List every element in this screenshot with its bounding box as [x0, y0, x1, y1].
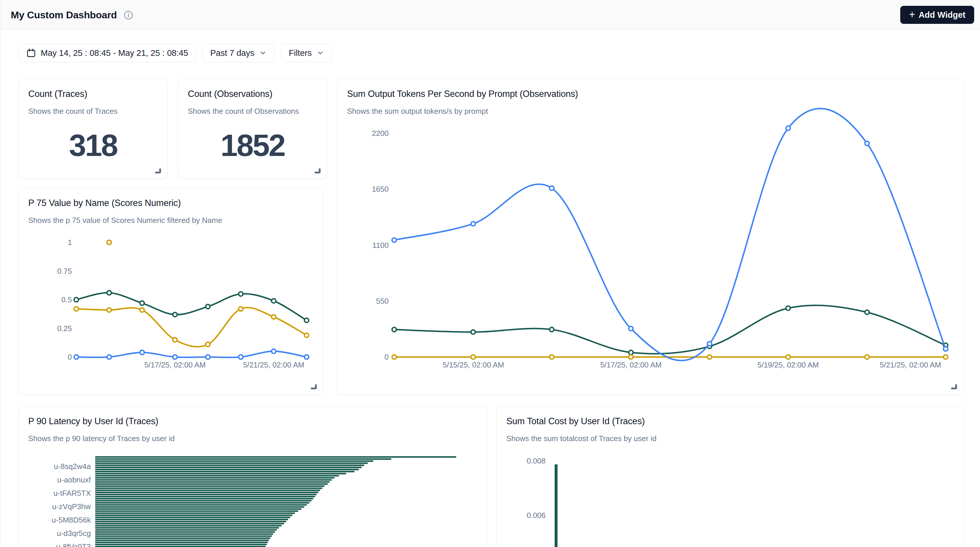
chevron-down-icon	[317, 49, 324, 57]
calendar-icon	[26, 48, 36, 58]
widget-latency-chart: P 90 Latency by User Id (Traces) Shows t…	[18, 406, 487, 547]
svg-text:0.008: 0.008	[527, 457, 546, 465]
page-title: My Custom Dashboard	[11, 9, 117, 21]
filters-dropdown[interactable]: Filters	[281, 44, 332, 62]
info-icon[interactable]	[124, 11, 133, 20]
filter-toolbar: May 14, 25 : 08:45 - May 21, 25 : 08:45 …	[18, 44, 332, 62]
widget-count-traces: Count (Traces) Shows the count of Traces…	[18, 79, 168, 179]
svg-text:0: 0	[385, 353, 389, 361]
svg-text:u-5M8D56k: u-5M8D56k	[52, 515, 91, 524]
svg-text:1100: 1100	[372, 241, 389, 250]
page-header: My Custom Dashboard + Add Widget	[0, 0, 980, 30]
svg-text:5/21/25, 02:00 AM: 5/21/25, 02:00 AM	[880, 360, 941, 369]
widget-p75-chart: P 75 Value by Name (Scores Numeric) Show…	[18, 188, 323, 395]
date-range-button[interactable]: May 14, 25 : 08:45 - May 21, 25 : 08:45	[18, 44, 196, 62]
tokens-line-chart[interactable]: 05501100165022005/15/25, 02:00 AM5/17/25…	[337, 79, 963, 395]
svg-text:u-aobnuxf: u-aobnuxf	[57, 476, 91, 484]
resize-handle-icon[interactable]	[951, 384, 957, 389]
add-widget-button[interactable]: + Add Widget	[900, 6, 974, 24]
latency-bar-chart[interactable]: u-8sq2w4au-aobnuxfu-tFAR5TXu-zVqP3hwu-5M…	[19, 406, 487, 547]
widget-cost-chart: Sum Total Cost by User Id (Traces) Shows…	[496, 406, 964, 547]
plus-icon: +	[909, 9, 915, 20]
svg-text:1650: 1650	[372, 185, 389, 193]
p75-line-chart[interactable]: 00.250.50.7515/17/25, 02:00 AM5/21/25, 0…	[19, 188, 323, 395]
svg-text:0.5: 0.5	[61, 295, 72, 304]
svg-text:u-8sq2w4a: u-8sq2w4a	[54, 462, 91, 471]
date-range-label: May 14, 25 : 08:45 - May 21, 25 : 08:45	[41, 48, 188, 58]
svg-text:1: 1	[68, 238, 72, 247]
svg-text:550: 550	[376, 297, 389, 306]
svg-text:0.75: 0.75	[57, 267, 72, 276]
svg-text:5/15/25, 02:00 AM: 5/15/25, 02:00 AM	[442, 360, 504, 369]
filters-label: Filters	[289, 48, 312, 58]
svg-text:u-d3qr5cg: u-d3qr5cg	[57, 529, 91, 538]
svg-text:0: 0	[68, 353, 72, 361]
svg-text:0.006: 0.006	[527, 511, 546, 520]
widget-tokens-chart: Sum Output Tokens Per Second by Prompt (…	[337, 79, 964, 395]
dashboard-page: { "header": { "title": "My Custom Dashbo…	[0, 0, 980, 547]
svg-text:u-zVqP3hw: u-zVqP3hw	[52, 502, 91, 511]
svg-text:2200: 2200	[372, 129, 389, 138]
count-value: 1852	[178, 128, 327, 163]
resize-handle-icon[interactable]	[315, 168, 321, 173]
resize-handle-icon[interactable]	[311, 384, 317, 389]
svg-text:5/19/25, 02:00 AM: 5/19/25, 02:00 AM	[757, 360, 819, 369]
add-widget-label: Add Widget	[919, 10, 966, 20]
widget-subtitle: Shows the count of Observations	[188, 107, 299, 116]
count-value: 318	[19, 128, 167, 163]
svg-text:5/17/25, 02:00 AM: 5/17/25, 02:00 AM	[144, 360, 205, 369]
svg-text:5/17/25, 02:00 AM: 5/17/25, 02:00 AM	[600, 360, 662, 369]
svg-text:u-tFAR5TX: u-tFAR5TX	[53, 489, 91, 498]
widget-title: Count (Traces)	[28, 89, 88, 99]
svg-text:u-8fVa9T3: u-8fVa9T3	[56, 542, 91, 547]
preset-dropdown[interactable]: Past 7 days	[202, 44, 275, 62]
cost-bar-chart[interactable]: 0.0080.006	[497, 406, 963, 547]
resize-handle-icon[interactable]	[155, 168, 161, 173]
widget-title: Count (Observations)	[188, 89, 272, 99]
widget-subtitle: Shows the count of Traces	[28, 107, 117, 116]
widget-count-observations: Count (Observations) Shows the count of …	[178, 79, 327, 179]
preset-label: Past 7 days	[210, 48, 255, 58]
chevron-down-icon	[259, 49, 267, 57]
svg-text:0.25: 0.25	[57, 324, 72, 333]
svg-text:5/21/25, 02:00 AM: 5/21/25, 02:00 AM	[243, 360, 304, 369]
